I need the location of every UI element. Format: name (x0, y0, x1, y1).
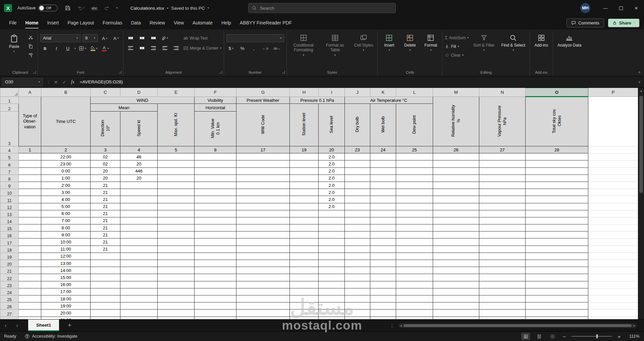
cell-b28[interactable]: 21:00 (41, 317, 91, 319)
zoom-in-button[interactable]: + (616, 334, 622, 339)
cell-h27[interactable] (290, 310, 319, 317)
cell-l16[interactable] (396, 231, 433, 238)
cell-d10[interactable] (120, 189, 158, 196)
row-header-10[interactable]: 10 (0, 189, 19, 196)
cell-e28[interactable] (158, 317, 195, 319)
autosum-button[interactable]: Σ AutoSum ▾ (445, 34, 469, 42)
cell-d4[interactable]: 4 (120, 146, 158, 153)
cell-m8[interactable] (433, 175, 479, 182)
cell-m13[interactable] (433, 210, 479, 217)
cell-d15[interactable] (120, 224, 158, 231)
find-select-button[interactable]: Find & Select ▾ (499, 31, 527, 53)
cell-f15[interactable] (195, 224, 236, 231)
cell-b17[interactable]: 10:00 (41, 238, 91, 246)
cell-k13[interactable] (370, 210, 396, 217)
collapse-ribbon-icon[interactable]: ∧ (638, 70, 641, 74)
ribbon-tab-automate[interactable]: Automate (188, 16, 217, 29)
cell-j26[interactable] (345, 302, 370, 310)
cell-i22[interactable] (319, 274, 345, 281)
cell-o23[interactable] (526, 281, 588, 288)
cell-b7[interactable]: 0:00 (41, 167, 91, 175)
cell-m16[interactable] (433, 231, 479, 238)
cell-i18[interactable] (319, 246, 345, 253)
cell-j18[interactable] (345, 246, 370, 253)
cell-b10[interactable]: 3:00 (41, 189, 91, 196)
number-format-combo[interactable]: ▾ (226, 34, 284, 42)
cell-i5[interactable]: 2.0 (319, 153, 345, 160)
cell-h16[interactable] (290, 231, 319, 238)
cell-n10[interactable] (479, 189, 526, 196)
cell-c8[interactable]: 20 (91, 175, 120, 182)
cell-j13[interactable] (345, 210, 370, 217)
zoom-slider[interactable] (572, 334, 612, 339)
cell-p12[interactable] (588, 203, 638, 210)
cell-o26[interactable] (526, 302, 588, 310)
cell-o12[interactable] (526, 203, 588, 210)
ribbon-tab-formulas[interactable]: Formulas (98, 16, 126, 29)
cell-e27[interactable] (158, 310, 195, 317)
cell-c11[interactable]: 21 (91, 196, 120, 203)
cell-p23[interactable] (588, 281, 638, 288)
cell-i9[interactable]: 2.0 (319, 182, 345, 189)
currency-button[interactable]: $▾ (226, 45, 236, 52)
cell-n25[interactable] (479, 295, 526, 302)
row-header-21[interactable]: 21 (0, 267, 19, 274)
cell-p8[interactable] (588, 175, 638, 182)
cell-h19[interactable] (290, 253, 319, 260)
cell-l27[interactable] (396, 310, 433, 317)
cell-l21[interactable] (396, 267, 433, 274)
cell-n12[interactable] (479, 203, 526, 210)
cell-b16[interactable]: 9:00 (41, 231, 91, 238)
cell-f9[interactable] (195, 182, 236, 189)
select-all-button[interactable] (0, 88, 19, 97)
cell-d13[interactable] (120, 210, 158, 217)
addins-button[interactable]: Add-ins (532, 31, 550, 49)
cell-h18[interactable] (290, 246, 319, 253)
search-input[interactable] (260, 6, 392, 11)
cell-b4[interactable]: 2 (41, 146, 91, 153)
cell-c5[interactable]: 02 (91, 153, 120, 160)
cell-p14[interactable] (588, 217, 638, 224)
cell-e18[interactable] (158, 246, 195, 253)
dialog-launcher-icon[interactable] (219, 71, 222, 73)
cell-a11[interactable] (19, 196, 41, 203)
cell-g24[interactable] (236, 288, 290, 295)
cell-h11[interactable] (290, 196, 319, 203)
cell-c16[interactable]: 21 (91, 231, 120, 238)
cell-e4[interactable]: 5 (158, 146, 195, 153)
cell-d22[interactable] (120, 274, 158, 281)
dialog-launcher-icon[interactable] (33, 71, 36, 73)
row-header-6[interactable]: 6 (0, 160, 19, 167)
cell-m21[interactable] (433, 267, 479, 274)
cell-g7[interactable] (236, 167, 290, 175)
cell-k19[interactable] (370, 253, 396, 260)
cell-i26[interactable] (319, 302, 345, 310)
vertical-scrollbar[interactable]: ▲ (638, 88, 644, 319)
cell-d6[interactable]: 20 (120, 160, 158, 167)
column-header-f[interactable]: F (195, 88, 236, 97)
cell-horizontal[interactable]: Horizontal (195, 104, 236, 112)
format-as-table-button[interactable]: Format as Table ▾ (321, 31, 350, 58)
cell-d19[interactable] (120, 253, 158, 260)
column-header-m[interactable]: M (433, 88, 479, 97)
cell-n15[interactable] (479, 224, 526, 231)
cell-b21[interactable]: 14:00 (41, 267, 91, 274)
cell-f5[interactable] (195, 153, 236, 160)
normal-view-button[interactable] (521, 333, 530, 340)
cell-e8[interactable] (158, 175, 195, 182)
cell-b15[interactable]: 8:00 (41, 224, 91, 231)
cell-a6[interactable] (19, 160, 41, 167)
sheet-nav-right-icon[interactable]: › (11, 322, 23, 329)
cell-l23[interactable] (396, 281, 433, 288)
cell-f10[interactable] (195, 189, 236, 196)
cell-l25[interactable] (396, 295, 433, 302)
analyze-data-button[interactable]: Analyze Data (555, 31, 583, 49)
cell-m18[interactable] (433, 246, 479, 253)
cell-l8[interactable] (396, 175, 433, 182)
cell-i11[interactable]: 2.0 (319, 196, 345, 203)
cell-speed[interactable]: Speed kt (120, 112, 158, 146)
row-header-1[interactable]: 1 (0, 97, 19, 104)
cell-n28[interactable] (479, 317, 526, 319)
row-header-27[interactable]: 27 (0, 310, 19, 317)
cell-b13[interactable]: 6:00 (41, 210, 91, 217)
